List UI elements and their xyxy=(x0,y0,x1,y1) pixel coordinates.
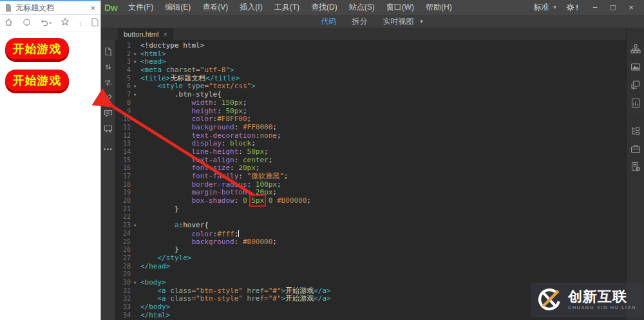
code-token: ="text/css" xyxy=(204,82,251,90)
menu-item[interactable]: 帮助(H) xyxy=(426,2,452,13)
restore-button[interactable]: □ xyxy=(605,2,621,14)
workspace-switcher[interactable]: 标准 ▼ xyxy=(533,2,557,13)
preview-tab[interactable]: 无标题文档 × xyxy=(0,1,100,15)
code-line[interactable]: 23▼ a:hover{ xyxy=(117,221,626,230)
code-token: ="#" xyxy=(264,287,281,295)
assets-panel-icon[interactable] xyxy=(630,62,641,75)
code-line[interactable]: 28</head> xyxy=(117,263,626,271)
code-token xyxy=(140,107,191,115)
menu-item[interactable]: 站点(S) xyxy=(349,2,375,13)
code-line[interactable]: 27 </style> xyxy=(117,254,626,263)
code-line[interactable]: 2▼<html> xyxy=(117,50,626,59)
open-documents-icon[interactable] xyxy=(104,47,113,56)
code-token: ; xyxy=(264,147,269,156)
start-game-button[interactable]: 开始游戏 xyxy=(5,70,69,91)
menu-item[interactable]: 查看(V) xyxy=(202,2,228,13)
code-token: box-shadow xyxy=(191,196,234,205)
close-button[interactable]: × xyxy=(623,2,639,14)
menu-item[interactable]: 查找(D) xyxy=(311,2,337,13)
tab-close-icon[interactable]: × xyxy=(163,30,167,38)
view-switch-code[interactable]: 代码 xyxy=(321,16,337,27)
code-token: </body> xyxy=(140,303,170,311)
start-game-button[interactable]: 开始游戏 xyxy=(5,38,69,59)
code-line[interactable]: 1<!doctype html> xyxy=(117,42,626,50)
snippets-panel-icon[interactable] xyxy=(630,80,641,93)
preview-close-icon[interactable]: × xyxy=(90,3,95,13)
code-fold-spacer xyxy=(131,115,139,124)
refresh-icon[interactable] xyxy=(23,17,31,29)
code-token: background xyxy=(191,123,234,131)
code-fold-icon[interactable]: ▼ xyxy=(131,82,139,91)
live-view-options-icon[interactable] xyxy=(104,78,113,87)
chevron-down-icon: ▾ xyxy=(49,21,52,26)
code-line[interactable]: 26 } xyxy=(117,246,626,254)
code-token: class xyxy=(166,294,192,303)
sync-settings-button[interactable]: ! xyxy=(566,3,578,12)
view-switch-live[interactable]: 实时视图▼ xyxy=(383,16,424,27)
code-fold-spacer xyxy=(131,287,139,296)
minimize-button[interactable]: − xyxy=(587,2,603,14)
code-fold-icon[interactable]: ▼ xyxy=(131,221,139,230)
view-switch-split[interactable]: 拆分 xyxy=(352,16,368,27)
code-fold-icon[interactable]: ▼ xyxy=(131,50,139,59)
code-token: 50px xyxy=(225,107,243,115)
behaviors-panel-icon[interactable] xyxy=(630,126,641,138)
line-number: 11 xyxy=(117,124,131,132)
code-token xyxy=(140,254,158,262)
back-chevron-icon[interactable]: ‹ xyxy=(79,19,82,28)
remove-comment-icon[interactable] xyxy=(104,124,113,133)
home-icon[interactable] xyxy=(5,17,13,29)
menu-item[interactable]: 窗口(W) xyxy=(386,2,414,13)
file-management-icon[interactable] xyxy=(104,62,113,71)
code-token: color xyxy=(191,115,213,123)
code-fold-icon[interactable]: ▼ xyxy=(131,91,139,99)
menu-item[interactable]: 编辑(E) xyxy=(165,2,191,13)
code-token xyxy=(140,123,191,131)
css-designer-panel-icon[interactable] xyxy=(630,98,641,111)
code-line[interactable]: 25 background: #B00000; xyxy=(117,238,626,247)
new-document-icon[interactable] xyxy=(91,17,99,29)
dom-panel-icon[interactable] xyxy=(630,44,641,57)
code-token: line-height xyxy=(191,147,238,156)
code-token: display xyxy=(191,139,221,147)
files-panel-icon[interactable] xyxy=(630,144,641,156)
code-token: : xyxy=(234,123,243,131)
more-options-icon[interactable]: ••• xyxy=(104,146,113,153)
code-inspector-panel-icon[interactable] xyxy=(630,162,641,174)
tab-button-html[interactable]: button.html × xyxy=(118,28,173,40)
highlighted-5px-value: 5px xyxy=(251,196,264,205)
code-line[interactable]: 21 } xyxy=(117,205,626,214)
edit-tag-icon[interactable] xyxy=(104,93,113,102)
code-token xyxy=(140,196,191,205)
code-line[interactable]: 20 box-shadow: 0 5px 0 #B00000; xyxy=(117,197,626,205)
line-number: 14 xyxy=(117,148,131,156)
code-token xyxy=(140,221,175,229)
apply-comment-icon[interactable] xyxy=(104,109,113,118)
code-token: 无标题文档 xyxy=(170,74,205,82)
code-fold-spacer xyxy=(131,173,139,181)
code-line[interactable]: 29 xyxy=(117,270,626,279)
code-fold-icon[interactable]: ▼ xyxy=(131,58,139,66)
code-fold-icon[interactable]: ▼ xyxy=(131,279,139,287)
menu-item[interactable]: 工具(T) xyxy=(274,2,299,13)
watermark-subtitle: CHUANG XIN HU LIAN xyxy=(568,305,636,310)
line-number: 18 xyxy=(117,181,131,189)
code-token xyxy=(140,147,191,156)
line-number: 20 xyxy=(117,197,131,205)
line-number: 13 xyxy=(117,140,131,148)
chevron-down-icon[interactable]: ▼ xyxy=(419,19,424,24)
undo-button[interactable]: ▾ xyxy=(40,19,52,27)
line-number: 17 xyxy=(117,173,131,181)
code-token: type xyxy=(183,82,204,90)
code-token: background xyxy=(191,238,234,246)
code-token: <a xyxy=(158,294,166,303)
code-fold-spacer xyxy=(131,270,139,279)
code-token: ; xyxy=(277,131,281,140)
menu-item[interactable]: 文件(F) xyxy=(128,2,153,13)
menu-item[interactable]: 插入(I) xyxy=(240,2,262,13)
bookmark-star-icon[interactable] xyxy=(61,17,70,29)
preview-nav-bar: ▾ ‹ xyxy=(0,15,100,32)
code-editor[interactable]: 1<!doctype html>2▼<html>3▼<head>4<meta c… xyxy=(117,40,626,320)
code-token: } xyxy=(140,245,179,254)
line-number: 1 xyxy=(117,42,131,50)
